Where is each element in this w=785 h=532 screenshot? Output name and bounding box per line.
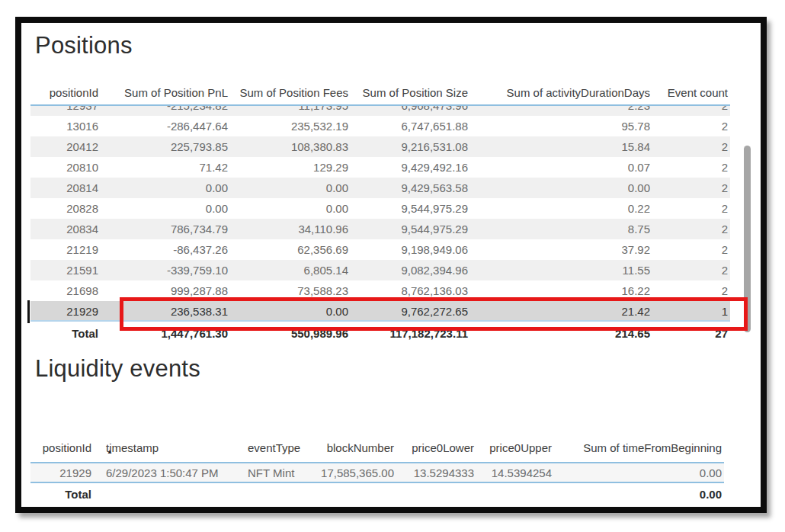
table-row[interactable]: 21219-86,437.2662,356.699,198,949.0637.9…: [30, 239, 730, 260]
cell: 0.00: [101, 181, 230, 194]
cell: 6,968,473.96: [351, 106, 470, 112]
table-header-row: positionIdSum of Position PnLSum of Posi…: [30, 79, 730, 106]
cell: 9,762,272.65: [351, 305, 470, 318]
cell: 6/29/2023 1:50:47 PM: [94, 466, 239, 479]
cell: 8,762,136.03: [351, 284, 470, 297]
cell: 6,805.14: [230, 264, 351, 277]
cell: 9,544,975.29: [351, 223, 470, 236]
cell: 71.42: [101, 161, 230, 174]
cell: 0.00: [230, 305, 351, 318]
cell: 2: [652, 202, 730, 215]
positions-title: Positions: [35, 32, 133, 59]
cell: 0.22: [470, 202, 652, 215]
table-row[interactable]: 2081071.42129.299,429,492.160.072: [30, 157, 730, 178]
cell: 9,429,563.58: [351, 181, 470, 194]
total-cell: Total: [30, 488, 94, 501]
cell: 225,793.85: [101, 140, 230, 153]
cell: 999,287.88: [101, 284, 230, 297]
positions-table: positionIdSum of Position PnLSum of Posi…: [30, 79, 730, 345]
table-row[interactable]: 208140.000.009,429,563.580.002: [30, 178, 730, 198]
table-row[interactable]: 20412225,793.85108,380.839,216,531.0815.…: [30, 136, 730, 157]
column-header-label: Sum of Position Fees: [239, 86, 348, 99]
table-row[interactable]: 21591-339,759.106,805.149,082,394.9611.5…: [30, 260, 730, 280]
column-header-blocknumber[interactable]: blockNumber: [306, 441, 396, 454]
column-header-timestamp[interactable]: timestamp▲: [94, 441, 239, 454]
cell: 62,356.69: [230, 243, 351, 256]
cell: 20412: [30, 140, 101, 153]
cell: 108,380.83: [230, 140, 351, 153]
cell: 235,532.19: [230, 120, 351, 133]
cell: 73,588.23: [230, 284, 351, 297]
total-cell: 117,182,723.11: [351, 327, 470, 340]
cell: -86,437.26: [101, 243, 230, 256]
cell: 0.00: [554, 466, 724, 479]
column-header-label: Sum of timeFromBeginning: [583, 441, 722, 454]
table-body: 12937-215,234.8211,173.956,968,473.962.2…: [30, 106, 730, 322]
column-header-label: Sum of activityDurationDays: [507, 86, 650, 99]
cell: 11.55: [470, 264, 652, 277]
column-header-event-count[interactable]: Event count: [652, 86, 730, 99]
column-header-price0upper[interactable]: price0Upper: [476, 441, 554, 454]
cell: 9,198,949.06: [351, 243, 470, 256]
cell: 34,110.96: [230, 223, 351, 236]
cell: 21.42: [470, 305, 652, 318]
column-header-positionid[interactable]: positionId: [30, 441, 94, 454]
table-total-row: Total0.00: [30, 483, 724, 505]
cell: 2: [652, 284, 730, 297]
cell: 9,082,394.96: [351, 264, 470, 277]
cell: 8.75: [470, 223, 652, 236]
cell: 20814: [30, 181, 101, 194]
cell: 2: [652, 181, 730, 194]
cell: 0.00: [230, 181, 351, 194]
cell: 9,544,975.29: [351, 202, 470, 215]
total-cell: Total: [30, 327, 101, 340]
cell: 37.92: [470, 243, 652, 256]
cell: 2: [652, 106, 730, 112]
table-row[interactable]: 12937-215,234.8211,173.956,968,473.962.2…: [30, 106, 730, 116]
table-row[interactable]: 13016-286,447.64235,532.196,747,651.8895…: [30, 116, 730, 136]
column-header-sum-of-position-size[interactable]: Sum of Position Size: [351, 86, 470, 99]
table-row[interactable]: 20834786,734.7934,110.969,544,975.298.75…: [30, 219, 730, 239]
cell: 2: [652, 120, 730, 133]
total-cell: 27: [652, 327, 730, 340]
column-header-price0lower[interactable]: price0Lower: [396, 441, 476, 454]
table-row[interactable]: 21698999,287.8873,588.238,762,136.0316.2…: [30, 280, 730, 301]
cell: 20828: [30, 202, 101, 215]
cell: 21929: [30, 305, 101, 318]
cell: 13.5294333: [396, 466, 476, 479]
cell: 0.00: [230, 202, 351, 215]
table-row[interactable]: 21929236,538.310.009,762,272.6521.421: [30, 301, 730, 322]
cell: 786,734.79: [101, 223, 230, 236]
column-header-label: Event count: [668, 86, 728, 99]
cell: 95.78: [470, 120, 652, 133]
column-header-eventtype[interactable]: eventType: [239, 441, 306, 454]
table-row[interactable]: 219296/29/2023 1:50:47 PMNFT Mint17,585,…: [30, 463, 724, 483]
cell: 0.07: [470, 161, 652, 174]
cell: 16.22: [470, 284, 652, 297]
cell: 21219: [30, 243, 101, 256]
column-header-sum-of-position-fees[interactable]: Sum of Position Fees: [230, 86, 351, 99]
column-header-label: timestamp: [106, 441, 159, 454]
column-header-label: Sum of Position Size: [363, 86, 468, 99]
cell: -215,234.82: [101, 106, 230, 112]
cell: 20834: [30, 223, 101, 236]
cell: 2: [652, 243, 730, 256]
column-header-sum-of-activitydurationdays[interactable]: Sum of activityDurationDays: [470, 86, 652, 99]
column-header-label: eventType: [248, 441, 300, 454]
column-header-label: positionId: [43, 441, 91, 454]
column-header-sum-of-position-pnl[interactable]: Sum of Position PnL: [101, 86, 230, 99]
cell: NFT Mint: [239, 466, 306, 479]
table-total-row: Total1,447,761.30550,989.96117,182,723.1…: [30, 322, 730, 345]
report-content: Positions positionIdSum of Position PnLS…: [0, 0, 785, 532]
vertical-scrollbar-thumb[interactable]: [744, 146, 751, 332]
column-header-label: blockNumber: [327, 441, 394, 454]
column-header-positionid[interactable]: positionId: [30, 86, 101, 99]
table-row[interactable]: 208280.000.009,544,975.290.222: [30, 198, 730, 219]
column-header-sum-of-timefrombeginning[interactable]: Sum of timeFromBeginning: [554, 441, 724, 454]
cell: 236,538.31: [101, 305, 230, 318]
column-header-label: price0Upper: [489, 441, 552, 454]
cell: 21698: [30, 284, 101, 297]
column-header-label: positionId: [50, 86, 98, 99]
cell: 2: [652, 140, 730, 153]
cell: 14.5394254: [476, 466, 554, 479]
